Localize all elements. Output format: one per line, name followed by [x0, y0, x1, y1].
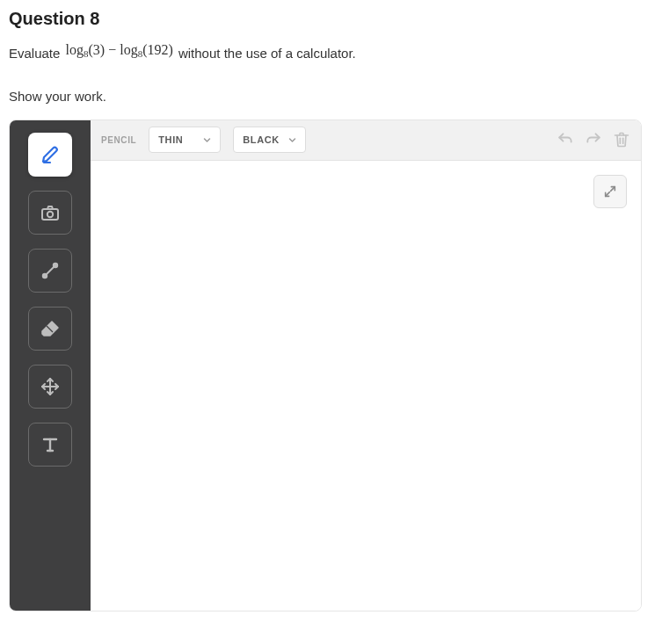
line-tool[interactable] — [28, 249, 72, 293]
camera-icon — [40, 202, 61, 223]
pencil-tool[interactable] — [28, 133, 72, 177]
thickness-value: THIN — [158, 134, 183, 145]
color-dropdown[interactable]: BLACK — [233, 127, 306, 153]
chevron-down-icon — [203, 136, 211, 144]
toolbar-actions — [557, 131, 630, 148]
instruction-text: Show your work. — [9, 89, 653, 104]
pencil-icon — [40, 144, 61, 165]
math-expression: log8(3) − log8(192) — [64, 42, 175, 57]
canvas-toolbar: PENCIL THIN BLACK — [91, 120, 641, 161]
text-icon — [40, 434, 61, 455]
svg-point-2 — [47, 211, 53, 216]
canvas-main: PENCIL THIN BLACK — [91, 120, 641, 611]
svg-line-5 — [47, 266, 55, 274]
prompt-after: without the use of a calculator. — [175, 46, 356, 61]
question-title: Question 8 — [9, 9, 653, 29]
expand-icon — [603, 185, 617, 199]
question-prompt: Evaluate log8(3) − log8(192) without the… — [9, 40, 653, 64]
camera-tool[interactable] — [28, 191, 72, 235]
tool-mode-label: PENCIL — [101, 135, 136, 145]
undo-icon[interactable] — [557, 131, 574, 148]
move-icon — [40, 376, 61, 397]
prompt-before: Evaluate — [9, 46, 64, 61]
drawing-canvas[interactable] — [91, 161, 641, 611]
text-tool[interactable] — [28, 423, 72, 467]
eraser-tool[interactable] — [28, 307, 72, 351]
thickness-dropdown[interactable]: THIN — [149, 127, 221, 153]
color-value: BLACK — [243, 134, 280, 145]
line-icon — [40, 260, 61, 281]
move-tool[interactable] — [28, 365, 72, 409]
drawing-canvas-container: PENCIL THIN BLACK — [9, 119, 642, 611]
chevron-down-icon — [288, 136, 296, 144]
tool-sidebar — [10, 120, 91, 611]
eraser-icon — [40, 318, 61, 339]
redo-icon[interactable] — [585, 131, 602, 148]
expand-button[interactable] — [593, 175, 627, 208]
trash-icon[interactable] — [613, 131, 630, 148]
